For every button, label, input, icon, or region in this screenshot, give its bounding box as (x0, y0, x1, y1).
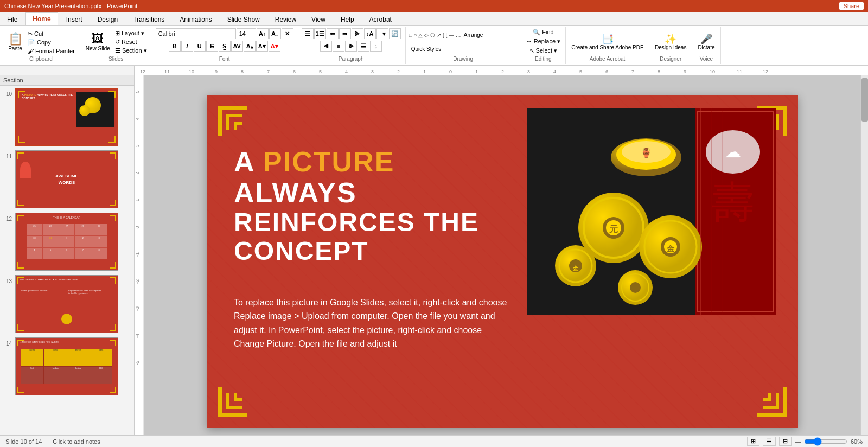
align-left[interactable]: ⫷ (320, 41, 332, 52)
tab-insert[interactable]: Insert (59, 13, 90, 25)
tab-view[interactable]: View (304, 13, 333, 25)
underline-button[interactable]: U (194, 41, 206, 52)
tab-design[interactable]: Design (91, 13, 125, 25)
tab-animations[interactable]: Animations (173, 13, 219, 25)
paragraph-bottom-row: ⫷ ≡ ⫸ ☰ ↕ (320, 41, 382, 52)
tab-help[interactable]: Help (334, 13, 361, 25)
copy-button[interactable]: 📄 Copy (26, 39, 76, 47)
select-button[interactable]: ↖ Select ▾ (528, 47, 559, 55)
replace-button[interactable]: ↔ Replace ▾ (525, 37, 562, 46)
tab-acrobat[interactable]: Acrobat (362, 13, 399, 25)
font-color[interactable]: A▾ (269, 41, 280, 52)
svg-text:3: 3 (135, 144, 140, 147)
font-size-increase[interactable]: A↑ (257, 28, 269, 39)
reset-button[interactable]: ↺ Reset (113, 38, 149, 46)
view-slidesorter-button[interactable]: ⊟ (779, 437, 792, 446)
svg-text:金: 金 (666, 244, 675, 253)
slide-thumb-10[interactable]: 10 A PICTURE ALWAYS REINFORCES THE CONCE… (0, 86, 134, 148)
slide-preview-12[interactable]: THIS IS A CALENDAR 25 26 27 28 29 30 31 … (15, 213, 118, 271)
slide-photo[interactable]: 壽 🏺 (527, 108, 776, 315)
font-size-btn2[interactable]: Aₐ (244, 41, 256, 52)
svg-text:4: 4 (135, 117, 140, 120)
designer-label: Designer (660, 56, 681, 63)
view-normal-button[interactable]: ⊞ (747, 437, 760, 446)
decrease-indent[interactable]: ⇐ (327, 28, 339, 39)
font-size-input[interactable] (237, 28, 256, 39)
format-painter-button[interactable]: 🖌 Format Painter (26, 47, 76, 55)
quick-styles-button[interactable]: Quick Styles (409, 45, 444, 53)
numbering-button[interactable]: 1☰ (314, 28, 326, 39)
svg-text:9: 9 (215, 69, 218, 74)
notes-hint[interactable]: Click to add notes (53, 438, 736, 445)
svg-text:-5: -5 (135, 361, 140, 365)
slide-thumb-11[interactable]: 11 AWESOMEWORDS (0, 148, 134, 210)
dictate-button[interactable]: 🎤 Dictate (695, 33, 717, 52)
slide-thumb-12[interactable]: 12 THIS IS A CALENDAR 25 26 27 28 29 30 … (0, 210, 134, 273)
share-button[interactable]: Share (839, 2, 864, 10)
strikethrough-button[interactable]: S (206, 41, 218, 52)
svg-text:1: 1 (135, 199, 140, 201)
svg-text:-4: -4 (135, 334, 140, 338)
increase-indent[interactable]: ⇒ (339, 28, 351, 39)
create-pdf-button[interactable]: 📑 Create and Share Adobe PDF (569, 33, 646, 52)
font-size-decrease[interactable]: A↓ (269, 28, 281, 39)
slide-thumb-14[interactable]: 14 ...AND THE SAME GOES FOR TABLES GENRE… (0, 335, 134, 398)
shadow-button[interactable]: S̲ (219, 41, 231, 52)
slides-label: Slides (108, 56, 123, 63)
section-button[interactable]: ☰ Section ▾ (113, 47, 149, 55)
acrobat-group: 📑 Create and Share Adobe PDF Adobe Acrob… (566, 27, 649, 64)
align-text[interactable]: ≡▾ (376, 28, 388, 39)
slide-title[interactable]: A PICTURE ALWAYS REINFORCES THE CONCEPT (234, 146, 521, 266)
slide-preview-10[interactable]: A PICTURE ALWAYS REINFORCES THE CONCEPT (15, 88, 118, 146)
columns-button[interactable]: ⫸ (352, 28, 363, 39)
tab-slideshow[interactable]: Slide Show (220, 13, 267, 25)
char-spacing-button[interactable]: AV (231, 41, 243, 52)
slide-preview-14[interactable]: ...AND THE SAME GOES FOR TABLES GENRE SO… (15, 337, 118, 395)
bullets-button[interactable]: ☰ (302, 28, 314, 39)
italic-button[interactable]: I (181, 41, 193, 52)
slide-canvas[interactable]: ✕ ✕ ✛ A PICTURE ALWAYS REINFORCES THE CO… (207, 95, 798, 428)
line-spacing[interactable]: ↕ (370, 41, 382, 52)
tab-home[interactable]: Home (25, 12, 58, 25)
svg-text:9: 9 (684, 69, 686, 74)
cut-button[interactable]: ✂ Cut (26, 30, 76, 38)
paragraph-label: Paragraph (339, 56, 364, 63)
svg-text:-2: -2 (135, 279, 140, 284)
new-slide-button[interactable]: 🖼 New Slide (84, 32, 112, 53)
scrollbar-vertical[interactable] (860, 75, 868, 447)
zoom-slider[interactable] (804, 437, 847, 446)
clear-format-button[interactable]: ✕ (282, 28, 293, 39)
highlight-color[interactable]: A▾ (256, 41, 268, 52)
slide-preview-13[interactable]: INFOGRAPHICS: MAKE YOUR DATA UNDERSTANDA… (15, 275, 118, 333)
convert-smartart[interactable]: 🔄 (389, 28, 401, 39)
slide-body-text[interactable]: To replace this picture in Google Slides… (234, 296, 510, 351)
slide-thumb-13[interactable]: 13 INFOGRAPHICS: MAKE YOUR DATA UNDERSTA… (0, 273, 134, 335)
bold-button[interactable]: B (169, 41, 181, 52)
scrollbar-thumb[interactable] (861, 78, 868, 122)
align-center[interactable]: ≡ (333, 41, 344, 52)
paragraph-group-top: ☰ 1☰ ⇐ ⇒ ⫸ ↕A ≡▾ 🔄 ⫷ ≡ ⫸ ☰ ↕ (302, 28, 401, 56)
view-outline-button[interactable]: ☰ (763, 437, 776, 446)
slide-preview-11[interactable]: AWESOMEWORDS (15, 150, 118, 208)
align-right[interactable]: ⫸ (345, 41, 357, 52)
paste-button[interactable]: 📋 Paste (5, 32, 25, 53)
svg-rect-41 (226, 114, 229, 130)
design-ideas-button[interactable]: ✨ Design Ideas (653, 33, 688, 52)
tab-transitions[interactable]: Transitions (126, 13, 171, 25)
svg-rect-38 (218, 106, 247, 110)
new-slide-icon: 🖼 (92, 33, 104, 45)
tab-file[interactable]: File (0, 13, 24, 25)
find-button[interactable]: 🔍 Find (531, 28, 555, 36)
svg-text:8: 8 (241, 69, 244, 74)
photo-content: 壽 🏺 (527, 108, 776, 315)
svg-text:6: 6 (605, 69, 608, 74)
arrange-button[interactable]: Arrange (462, 31, 486, 39)
font-name-input[interactable] (156, 28, 236, 39)
tab-review[interactable]: Review (268, 13, 303, 25)
layout-button[interactable]: ⊞ Layout ▾ (113, 29, 149, 37)
text-direction[interactable]: ↕A (364, 28, 376, 39)
justify[interactable]: ☰ (358, 41, 369, 52)
svg-text:1: 1 (475, 69, 478, 74)
svg-text:11: 11 (737, 69, 742, 74)
arrange-label: Arrange (464, 32, 483, 38)
